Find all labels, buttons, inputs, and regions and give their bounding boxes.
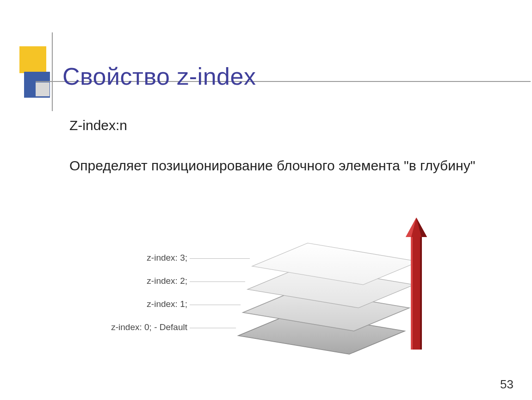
layer-label-0: z-index: 0; - Default <box>90 322 187 332</box>
page-number: 53 <box>500 377 513 392</box>
paragraph-2: Определяет позиционирование блочного эле… <box>69 155 495 177</box>
square-yellow <box>19 46 46 73</box>
paragraph-1: Z-index:n <box>69 115 495 137</box>
svg-rect-4 <box>413 234 420 350</box>
square-gray <box>36 82 49 96</box>
zindex-diagram: z-index: 3; z-index: 2; z-index: 1; z-in… <box>123 213 437 361</box>
layer-label-2: z-index: 2; <box>109 276 187 286</box>
slide-title: Свойство z-index <box>62 62 256 90</box>
arrow-up-icon <box>405 218 428 352</box>
slide-body: Z-index:n Определяет позиционирование бл… <box>69 115 495 176</box>
svg-rect-6 <box>420 234 422 350</box>
layer-label-3: z-index: 3; <box>109 253 187 263</box>
vertical-line <box>52 32 53 111</box>
layer-label-1: z-index: 1; <box>109 299 187 309</box>
svg-rect-5 <box>411 234 413 350</box>
stacked-planes-icon <box>229 213 433 361</box>
